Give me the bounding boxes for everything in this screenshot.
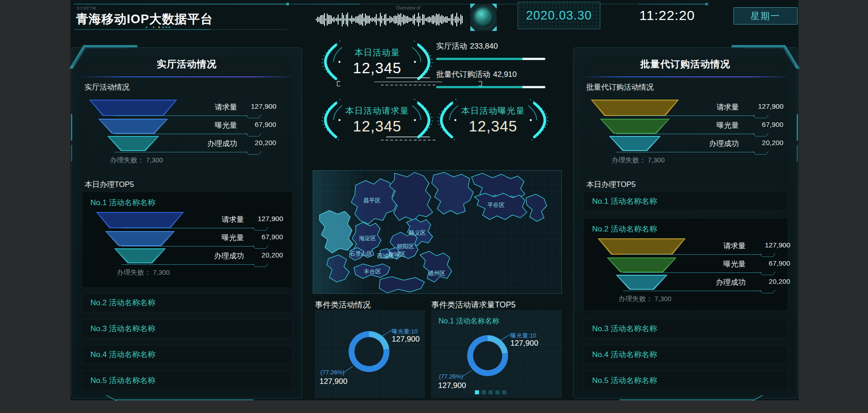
funnel-level-3 [107, 136, 159, 151]
title-underline [82, 76, 292, 77]
label-connector-line [381, 330, 391, 337]
header-top-line-segment [291, 4, 359, 5]
map-label-pinggu: 平谷区 [488, 202, 505, 208]
map-region[interactable] [526, 194, 547, 222]
donut-label: (77.26%) [439, 373, 463, 380]
funnel-chart-batch: 请求量 127,900 曝光量 67,900 办理成功 20,200 办理失败：… [584, 99, 794, 168]
pagination-dot[interactable] [475, 390, 479, 394]
funnel-level-3 [616, 275, 668, 290]
gauge-value: 12,345 [459, 118, 527, 135]
gauge-label: 本日活动请求量 [343, 105, 411, 117]
header: SYSETM 青海移动IOP大数据平台 IOP Operation data O… [70, 0, 798, 36]
gauge-arc-icon [527, 96, 554, 144]
gauge-value: 12,345 [343, 118, 411, 135]
corner-mark-icon [470, 26, 475, 31]
corner-mark-icon [470, 4, 475, 9]
gauge-value: 12,345 [343, 60, 411, 77]
weekday-badge: 星期一 [733, 7, 798, 25]
top5-title: 本日办理TOP5 [586, 180, 636, 190]
funnel-row: 曝光量 67,900 [680, 121, 783, 131]
funnel-fail-row: 办理失败： 7,300 [612, 156, 665, 165]
event-donut-chart: 曝光量:10 127,900 (77.26%) 127,900 [315, 310, 425, 398]
pagination-dot[interactable] [495, 390, 499, 394]
funnel-level-2 [600, 119, 670, 134]
label-connector-line [462, 370, 472, 377]
top5-item[interactable]: No.5 活动名称名称 [584, 371, 788, 390]
top5-item[interactable]: No.3 活动名称名称 [584, 319, 788, 338]
gauge-arc-icon [317, 38, 343, 86]
map-svg[interactable]: 昌平区 平谷区 顺义区 海淀区 朝阳区 石景山区 西城区 东城区 丰台区 通州区 [313, 171, 561, 294]
activity-progress-block: 实厅活动233,840 批量代订购活动42,910 [436, 41, 545, 88]
gauge-label: 本日活动曝光量 [459, 105, 527, 117]
map-label-shijingshan: 石景山区 [349, 251, 373, 257]
funnel-row: 办理成功 20,200 [680, 139, 783, 149]
pagination-dot[interactable] [482, 390, 486, 394]
map-region[interactable] [389, 172, 433, 221]
map-label-shunyi: 顺义区 [409, 230, 426, 236]
map-region-highlight[interactable] [319, 211, 353, 253]
top5-item[interactable]: No.2 活动名称名称 [82, 293, 293, 312]
title-dots-decoration [145, 26, 170, 28]
beijing-district-map[interactable]: 昌平区 平谷区 顺义区 海淀区 朝阳区 石景山区 西城区 东城区 丰台区 通州区 [313, 170, 562, 294]
panel-edge-notch [797, 114, 798, 141]
title-underline [584, 76, 787, 77]
gauge-today-exposure: 本日活动曝光量 12,345 [433, 96, 554, 144]
top5-item[interactable]: No.1 活动名称名称 [584, 191, 788, 211]
top5-item[interactable]: No.3 活动名称名称 [82, 319, 293, 338]
audio-waveform: IOP Operation data [316, 10, 466, 29]
map-label-dongcheng: 东城区 [389, 251, 406, 257]
pagination-dot[interactable] [489, 390, 493, 394]
funnel-level-2 [105, 231, 175, 246]
page-title: 青海移动IOP大数据平台 [76, 11, 213, 27]
map-region[interactable] [379, 277, 424, 293]
donut-ring[interactable] [349, 331, 389, 372]
corner-mark-icon [492, 4, 497, 9]
gauge-label: 本日活动量 [343, 47, 411, 59]
funnel-row: 办理成功 20,200 [178, 139, 276, 149]
funnel-level-1 [598, 238, 686, 255]
top5-item[interactable]: No.5 活动名称名称 [82, 371, 293, 390]
progress-bar-batch [436, 86, 545, 88]
map-label-tongzhou: 通州区 [428, 270, 445, 277]
event-top5-donut-chart: No.1 活动名称名称 曝光量:10 127,900 (77.26%) 127,… [431, 310, 562, 398]
map-region[interactable] [327, 255, 349, 282]
header-bottom-line-segment [74, 29, 210, 30]
label-connector-line [343, 366, 353, 373]
funnel-row: 请求量 127,900 [680, 102, 783, 112]
funnel-row: 曝光量 67,900 [185, 233, 283, 243]
progress-label: 批量代订购活动42,910 [436, 69, 545, 80]
gauge-today-requests: 本日活动请求量 12,345 [317, 96, 438, 144]
top5-item-label: No.2 活动名称名称 [592, 224, 657, 234]
funnel-chart-top1: 请求量 127,900 曝光量 67,900 办理成功 20,200 办理失败：… [89, 211, 287, 280]
donut-value: 127,900 [438, 381, 466, 390]
donut-ring[interactable] [467, 335, 508, 376]
sphere-icon [473, 7, 494, 28]
map-region[interactable] [432, 172, 474, 214]
weekday-text: 星期一 [751, 10, 781, 22]
map-label-haidian: 海淀区 [359, 235, 376, 242]
top5-item-expanded[interactable]: No.1 活动名称名称 请求量 127,900 曝光量 67,900 办理成功 … [82, 191, 293, 288]
top5-item-expanded[interactable]: No.2 活动名称名称 请求量 127,900 曝光量 67,900 办理成功 … [584, 218, 788, 311]
overview-label: Overview of [396, 5, 420, 10]
map-region-tongzhou[interactable] [420, 251, 452, 282]
funnel-level-1 [591, 100, 679, 116]
clock-text: 11:22:20 [633, 2, 701, 29]
progress-bar-hall [436, 58, 545, 60]
panel-batch-order-activity: 批量代订购活动情况 批量代订购活动情况 请求量 127,900 曝光量 67,9… [573, 47, 798, 398]
panel-bottom-accent [619, 399, 753, 400]
map-label-chaoyang: 朝阳区 [397, 243, 414, 250]
funnel-level-3 [114, 248, 166, 263]
progress-label: 实厅活动233,840 [436, 41, 545, 51]
funnel-row: 曝光量 67,900 [178, 121, 276, 131]
funnel-row: 办理成功 20,200 [687, 277, 790, 287]
panel-edge-notch [71, 145, 72, 161]
top5-item[interactable]: No.4 活动名称名称 [82, 345, 293, 364]
divider-decoration [365, 77, 451, 86]
date-text: 2020.03.30 [526, 9, 592, 23]
top5-item[interactable]: No.4 活动名称名称 [584, 345, 788, 364]
date-widget: 2020.03.30 [518, 2, 600, 29]
label-connector-line [500, 334, 510, 341]
pagination-dot[interactable] [502, 390, 506, 394]
dashboard-root: SYSETM 青海移动IOP大数据平台 IOP Operation data O… [70, 0, 798, 400]
corner-mark-icon [492, 26, 497, 31]
